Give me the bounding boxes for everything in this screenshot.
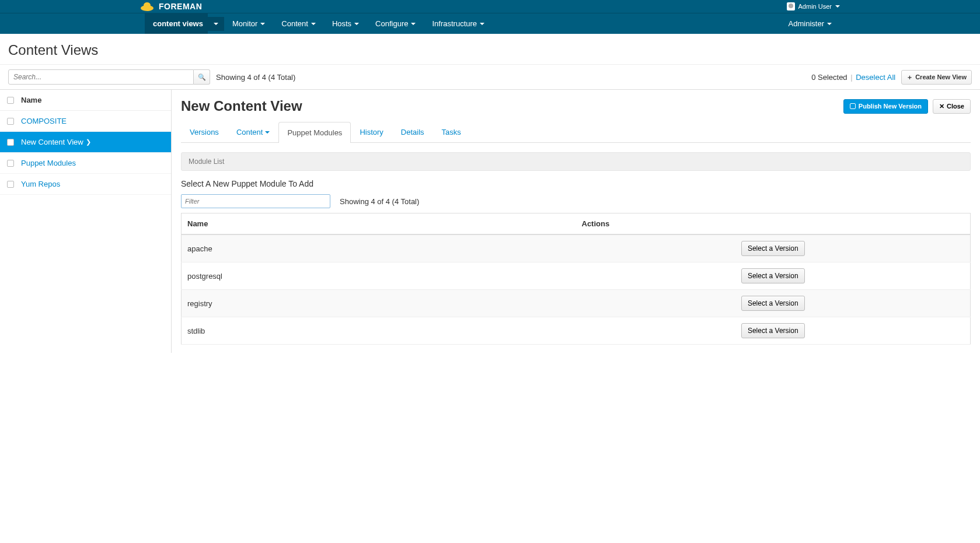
select-a-version-button[interactable]: Select a Version	[741, 268, 805, 283]
user-name: Admin User	[798, 3, 832, 10]
row-checkbox[interactable]	[7, 160, 14, 167]
toolbar-right: 0 Selected | Deselect All ＋ Create New V…	[811, 70, 972, 85]
detail-actions: Publish New Version ✕ Close	[843, 99, 971, 114]
page-title: Content Views	[8, 42, 972, 58]
search-button[interactable]: 🔍	[194, 69, 210, 85]
thumbs-up-icon	[850, 103, 856, 109]
tab-row: Versions Content Puppet Modules History …	[181, 121, 971, 143]
nav-item-content-views-dropdown[interactable]	[208, 17, 224, 31]
column-actions: Actions	[576, 213, 971, 235]
row-checkbox[interactable]	[7, 181, 14, 188]
table-row: apacheSelect a Version	[182, 234, 971, 262]
tab-details[interactable]: Details	[392, 121, 433, 142]
detail-title: New Content View	[181, 98, 302, 114]
caret-down-icon	[835, 5, 840, 8]
result-summary: Showing 4 of 4 (4 Total)	[216, 73, 295, 82]
nav-item-configure[interactable]: Configure	[367, 13, 424, 34]
select-a-version-button[interactable]: Select a Version	[741, 323, 805, 338]
module-action-cell: Select a Version	[576, 262, 971, 290]
deselect-all-link[interactable]: Deselect All	[856, 73, 895, 82]
sidebar-column-name: Name	[21, 96, 41, 104]
module-name-cell: postgresql	[182, 262, 576, 290]
close-button[interactable]: ✕ Close	[933, 99, 971, 114]
detail-header-row: New Content View Publish New Version ✕ C…	[181, 98, 971, 114]
tab-puppet-modules[interactable]: Puppet Modules	[278, 122, 351, 143]
publish-new-version-button[interactable]: Publish New Version	[843, 99, 928, 114]
column-name: Name	[182, 213, 576, 235]
user-bar: FOREMAN Admin User	[0, 0, 980, 13]
sidebar-item-label: COMPOSITE	[21, 117, 67, 125]
nav-item-administer[interactable]: Administer	[780, 13, 840, 34]
main-body: Name COMPOSITE New Content View ❯ Puppet…	[0, 90, 980, 353]
nav-item-monitor[interactable]: Monitor	[224, 13, 273, 34]
breadcrumb-item: Module List	[189, 157, 224, 166]
brand-area: FOREMAN	[140, 1, 202, 12]
caret-down-icon	[354, 23, 359, 25]
nav-right: Administer	[780, 13, 840, 34]
caret-down-icon	[214, 23, 218, 25]
row-checkbox[interactable]	[7, 118, 14, 125]
sidebar-item-puppet-modules[interactable]: Puppet Modules	[0, 153, 171, 174]
select-a-version-button[interactable]: Select a Version	[741, 241, 805, 256]
plus-icon: ＋	[906, 73, 913, 82]
caret-down-icon	[265, 131, 270, 134]
toolbar-left: 🔍 Showing 4 of 4 (4 Total)	[8, 69, 295, 85]
detail-pane: New Content View Publish New Version ✕ C…	[172, 90, 980, 353]
selection-status: 0 Selected | Deselect All	[811, 73, 895, 82]
page-title-bar: Content Views	[0, 34, 980, 65]
module-name-cell: stdlib	[182, 317, 576, 345]
nav-item-content-views[interactable]: content views	[145, 13, 208, 34]
sidebar: Name COMPOSITE New Content View ❯ Puppet…	[0, 90, 172, 353]
search-icon: 🔍	[198, 73, 206, 81]
table-header-row: Name Actions	[182, 213, 971, 235]
svg-point-1	[144, 2, 151, 8]
sidebar-item-new-content-view[interactable]: New Content View ❯	[0, 132, 171, 153]
nav-item-hosts[interactable]: Hosts	[324, 13, 367, 34]
tab-history[interactable]: History	[351, 121, 392, 142]
toolbar-row: 🔍 Showing 4 of 4 (4 Total) 0 Selected | …	[0, 65, 980, 90]
module-action-cell: Select a Version	[576, 290, 971, 317]
sidebar-item-composite[interactable]: COMPOSITE	[0, 111, 171, 132]
caret-down-icon	[311, 23, 316, 25]
user-menu[interactable]: Admin User	[787, 2, 840, 10]
filter-row: Showing 4 of 4 (4 Total)	[181, 194, 971, 208]
sidebar-item-label: Yum Repos	[21, 180, 60, 188]
caret-down-icon	[260, 23, 265, 25]
select-all-checkbox[interactable]	[7, 97, 14, 104]
row-checkbox[interactable]	[7, 139, 14, 146]
brand-name: FOREMAN	[159, 2, 202, 11]
sidebar-item-yum-repos[interactable]: Yum Repos	[0, 174, 171, 195]
table-row: stdlibSelect a Version	[182, 317, 971, 345]
nav-left: content views Monitor Content Hosts Conf…	[145, 13, 493, 34]
chevron-right-icon: ❯	[86, 138, 91, 146]
tab-tasks[interactable]: Tasks	[433, 121, 470, 142]
select-a-version-button[interactable]: Select a Version	[741, 296, 805, 311]
module-name-cell: apache	[182, 234, 576, 262]
table-row: registrySelect a Version	[182, 290, 971, 317]
tab-content[interactable]: Content	[228, 121, 279, 142]
filter-summary: Showing 4 of 4 (4 Total)	[340, 197, 419, 206]
breadcrumb: Module List	[181, 152, 971, 171]
search-group: 🔍	[8, 69, 210, 85]
module-name-cell: registry	[182, 290, 576, 317]
sidebar-item-label: Puppet Modules	[21, 159, 76, 167]
module-table: Name Actions apacheSelect a Versionpostg…	[181, 213, 971, 345]
caret-down-icon	[411, 23, 416, 25]
create-new-view-button[interactable]: ＋ Create New View	[901, 70, 972, 85]
nav-item-content[interactable]: Content	[273, 13, 324, 34]
table-row: postgresqlSelect a Version	[182, 262, 971, 290]
nav-item-infrastructure[interactable]: Infrastructure	[424, 13, 493, 34]
sidebar-item-label: New Content View	[21, 138, 83, 146]
foreman-logo-icon	[140, 1, 154, 12]
section-subtitle: Select A New Puppet Module To Add	[181, 179, 971, 188]
tab-versions[interactable]: Versions	[181, 121, 228, 142]
sidebar-header: Name	[0, 90, 171, 111]
main-nav: content views Monitor Content Hosts Conf…	[0, 13, 980, 34]
close-icon: ✕	[939, 103, 944, 110]
caret-down-icon	[827, 23, 832, 25]
filter-input[interactable]	[181, 194, 330, 208]
module-action-cell: Select a Version	[576, 317, 971, 345]
search-input[interactable]	[8, 69, 194, 85]
module-action-cell: Select a Version	[576, 234, 971, 262]
user-avatar-icon	[787, 2, 795, 10]
